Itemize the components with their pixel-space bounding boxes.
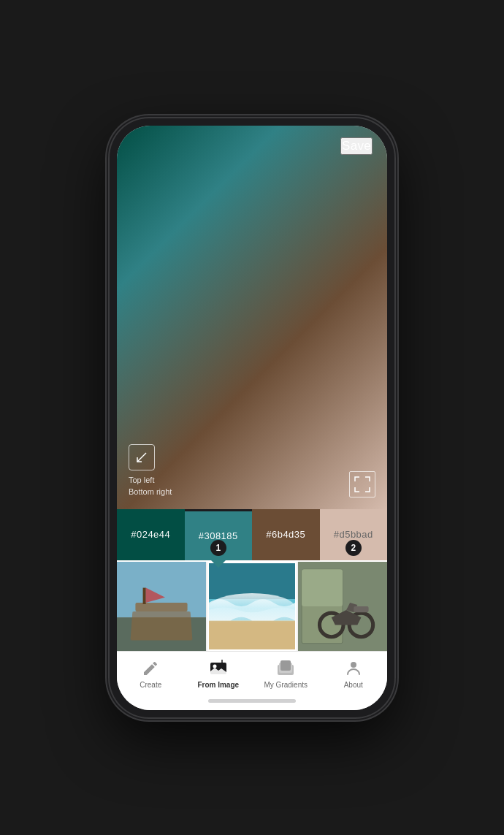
phone-frame: Save Top left Bottom right bbox=[110, 118, 394, 717]
svg-point-20 bbox=[351, 662, 356, 668]
svg-rect-8 bbox=[209, 620, 295, 649]
svg-rect-19 bbox=[280, 660, 291, 671]
screen-content: Save Top left Bottom right bbox=[117, 126, 387, 710]
nav-item-about[interactable]: About bbox=[328, 659, 379, 689]
svg-rect-6 bbox=[209, 563, 295, 599]
create-icon bbox=[141, 659, 160, 678]
nav-item-my-gradients[interactable]: My Gradients bbox=[260, 659, 311, 689]
svg-rect-11 bbox=[302, 569, 343, 606]
nav-label-about: About bbox=[344, 681, 363, 689]
swatch-4-label: #d5bbad bbox=[334, 529, 373, 540]
home-bar bbox=[208, 699, 296, 703]
image-item-beach[interactable] bbox=[207, 562, 297, 651]
swatch-2-badge: 1 bbox=[210, 540, 226, 556]
color-swatches: #024e44 #308185 1 #6b4d35 #d5bbad 2 bbox=[117, 509, 387, 562]
swatch-2[interactable]: #308185 1 bbox=[185, 509, 253, 560]
bottom-nav: Create From Image bbox=[117, 651, 387, 695]
gradient-controls: Top left Bottom right bbox=[129, 444, 375, 497]
nav-label-from-image: From Image bbox=[197, 681, 239, 689]
swatch-3-label: #6b4d35 bbox=[266, 529, 305, 540]
svg-rect-7 bbox=[209, 599, 295, 621]
svg-point-16 bbox=[213, 664, 216, 668]
svg-rect-4 bbox=[143, 587, 146, 603]
svg-rect-14 bbox=[354, 606, 368, 612]
image-item-boat[interactable] bbox=[117, 562, 206, 651]
svg-rect-2 bbox=[117, 617, 206, 651]
direction-bottom-label: Bottom right bbox=[129, 487, 172, 497]
direction-top-label: Top left bbox=[129, 475, 154, 485]
swatch-3[interactable]: #6b4d35 bbox=[252, 509, 320, 560]
swatch-4-badge: 2 bbox=[345, 540, 362, 556]
save-button[interactable]: Save bbox=[340, 137, 373, 155]
nav-label-create: Create bbox=[140, 681, 161, 689]
swatch-1[interactable]: #024e44 bbox=[117, 509, 185, 560]
gradient-direction[interactable]: Top left Bottom right bbox=[129, 444, 172, 497]
nav-label-my-gradients: My Gradients bbox=[264, 681, 308, 689]
phone-screen: Save Top left Bottom right bbox=[117, 126, 387, 710]
gradient-preview: Save Top left Bottom right bbox=[117, 126, 387, 509]
from-image-icon bbox=[209, 659, 228, 678]
image-grid bbox=[117, 562, 387, 651]
swatch-1-label: #024e44 bbox=[131, 529, 170, 540]
home-indicator bbox=[117, 695, 387, 710]
nav-item-create[interactable]: Create bbox=[125, 659, 176, 689]
my-gradients-icon bbox=[276, 659, 295, 678]
about-icon bbox=[344, 659, 363, 678]
image-item-motorcycle[interactable] bbox=[298, 562, 387, 651]
nav-item-from-image[interactable]: From Image bbox=[193, 659, 244, 689]
direction-icon bbox=[129, 444, 155, 470]
expand-button[interactable] bbox=[349, 471, 375, 497]
swatch-4[interactable]: #d5bbad 2 bbox=[320, 509, 388, 560]
svg-line-0 bbox=[137, 453, 146, 462]
